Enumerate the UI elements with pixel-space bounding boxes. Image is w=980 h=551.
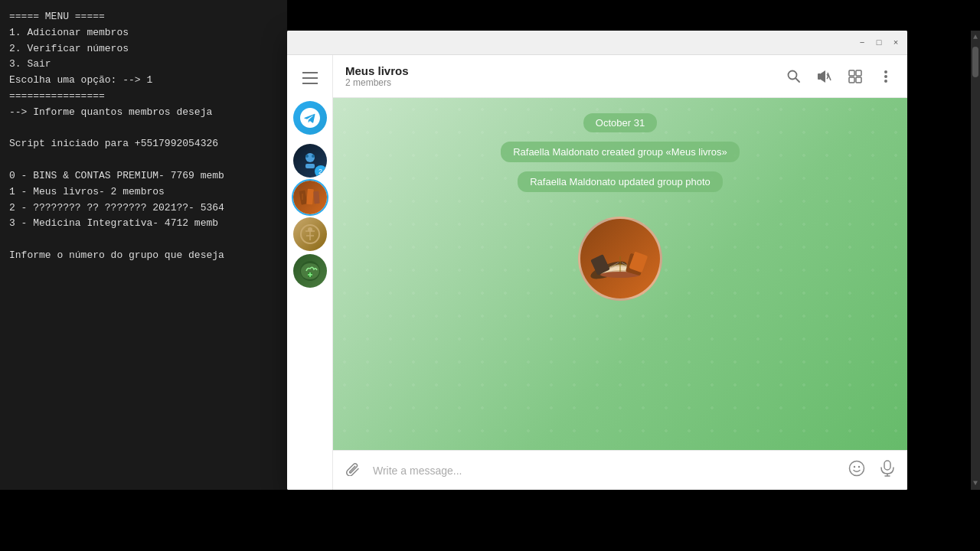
- telegram-logo: [293, 101, 327, 135]
- svg-point-23: [884, 70, 887, 73]
- layout-icon[interactable]: [846, 67, 864, 86]
- header-icons: [785, 67, 895, 86]
- terminal-line: 2. Verificar números: [9, 41, 278, 57]
- svg-point-6: [312, 155, 315, 158]
- terminal-window: ===== MENU ===== 1. Adicionar membros 2.…: [0, 0, 287, 490]
- date-badge: October 31: [583, 113, 657, 132]
- svg-rect-8: [306, 189, 314, 205]
- chat-title-block: Meus livros 2 members: [345, 64, 776, 88]
- terminal-line: [9, 232, 278, 248]
- emoji-icon[interactable]: [846, 460, 867, 481]
- svg-point-5: [305, 155, 309, 158]
- svg-point-25: [884, 80, 887, 83]
- svg-rect-19: [849, 70, 854, 76]
- attach-icon[interactable]: [342, 461, 364, 481]
- chat-messages-area: October 31 Rafaella Maldonato created gr…: [333, 98, 907, 450]
- svg-point-12: [308, 227, 312, 232]
- terminal-line: 2 - ???????? ?? ??????? 2021??- 5364: [9, 201, 278, 217]
- maximize-button[interactable]: □: [874, 37, 884, 48]
- title-bar: − □ ×: [287, 31, 907, 55]
- svg-rect-2: [302, 83, 318, 84]
- more-options-icon[interactable]: [877, 67, 895, 86]
- svg-line-16: [796, 78, 800, 82]
- svg-point-39: [854, 465, 855, 467]
- terminal-line: 3 - Medicina Integrativa- 4712 memb: [9, 216, 278, 232]
- chat-header: Meus livros 2 members: [333, 55, 907, 98]
- terminal-line: 1. Adicionar membros: [9, 25, 278, 41]
- chat-avatar-law[interactable]: [293, 217, 327, 251]
- telegram-body: 2: [287, 55, 907, 490]
- chat-avatar-medicine[interactable]: [293, 254, 327, 288]
- svg-rect-9: [313, 191, 319, 204]
- input-bar: [333, 450, 907, 490]
- svg-rect-0: [302, 72, 318, 73]
- scroll-up-arrow[interactable]: ▲: [973, 31, 978, 44]
- scrollbar[interactable]: ▲ ▼: [971, 31, 980, 490]
- system-message-created: Rafaella Maldonato created group «Meus l…: [501, 142, 740, 162]
- minimize-button[interactable]: −: [857, 37, 867, 48]
- svg-point-15: [789, 70, 797, 79]
- unread-badge: 2: [315, 165, 327, 178]
- terminal-line: --> Informe quantos membros deseja: [9, 105, 278, 121]
- svg-rect-20: [856, 70, 861, 76]
- chat-members: 2 members: [345, 77, 776, 88]
- terminal-line: ================: [9, 89, 278, 105]
- svg-point-3: [305, 153, 315, 162]
- message-input[interactable]: [373, 465, 837, 477]
- svg-rect-4: [305, 164, 315, 168]
- svg-rect-17: [818, 73, 821, 80]
- chat-avatar-books[interactable]: [293, 181, 327, 214]
- svg-rect-22: [856, 77, 861, 83]
- terminal-line: [9, 152, 278, 168]
- main-chat: Meus livros 2 members: [333, 55, 907, 490]
- close-button[interactable]: ×: [890, 37, 901, 48]
- chat-avatar-tech[interactable]: 2: [293, 144, 327, 178]
- svg-point-24: [884, 75, 887, 78]
- group-photo[interactable]: [578, 217, 662, 301]
- telegram-window: − □ ×: [287, 31, 907, 490]
- chat-name: Meus livros: [345, 64, 776, 77]
- scroll-down-arrow[interactable]: ▼: [973, 477, 978, 490]
- terminal-line: 1 - Meus livros- 2 membros: [9, 184, 278, 201]
- svg-rect-21: [849, 77, 854, 83]
- terminal-line: 0 - BINS & CONTAS PREMIUM- 7769 memb: [9, 168, 278, 184]
- terminal-line: Escolha uma opção: --> 1: [9, 73, 278, 89]
- system-message-photo: Rafaella Maldonato updated group photo: [518, 171, 723, 192]
- sidebar: 2: [287, 55, 333, 490]
- svg-rect-41: [884, 461, 890, 470]
- terminal-line: Script iniciado para +5517992054326: [9, 136, 278, 152]
- svg-rect-7: [299, 190, 307, 204]
- hamburger-menu-button[interactable]: [293, 61, 327, 95]
- svg-rect-1: [302, 77, 318, 79]
- microphone-icon[interactable]: [877, 460, 898, 481]
- terminal-line: 3. Sair: [9, 57, 278, 73]
- terminal-line: ===== MENU =====: [9, 9, 278, 25]
- svg-point-40: [858, 465, 860, 467]
- terminal-line: [9, 121, 278, 137]
- terminal-line: Informe o número do grupo que deseja: [9, 248, 278, 264]
- svg-point-38: [850, 461, 864, 475]
- search-icon[interactable]: [785, 67, 803, 86]
- scroll-thumb[interactable]: [972, 47, 978, 77]
- mute-icon[interactable]: [815, 67, 834, 86]
